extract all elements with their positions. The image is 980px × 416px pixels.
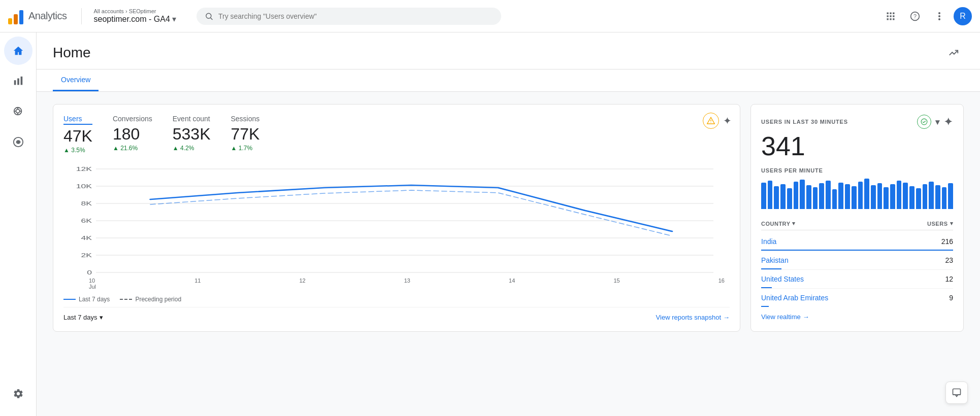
metric-sessions[interactable]: Sessions 77K 1.7%	[231, 115, 260, 154]
content-area: Home Overview	[37, 32, 980, 416]
trending-button[interactable]	[943, 43, 964, 63]
country-us[interactable]: United States	[761, 275, 804, 283]
minute-bar	[929, 182, 934, 209]
logo-area: Analytics	[8, 8, 67, 24]
minute-bar	[884, 187, 889, 209]
svg-text:6K: 6K	[81, 218, 92, 224]
svg-text:8K: 8K	[81, 200, 92, 206]
country-uae[interactable]: United Arab Emirates	[761, 294, 828, 302]
x-label-0: 10Jul	[89, 278, 96, 290]
legend-preceding-label: Preceding period	[135, 296, 181, 303]
users-col-header[interactable]: USERS ▾	[927, 220, 953, 227]
count-us: 12	[945, 275, 953, 283]
sidebar-item-explore[interactable]	[4, 97, 32, 126]
metric-conversions[interactable]: Conversions 180 21.6%	[113, 115, 152, 154]
metric-events[interactable]: Event count 533K 4.2%	[173, 115, 211, 154]
sidebar-item-home[interactable]	[4, 37, 32, 65]
svg-rect-3	[890, 12, 891, 14]
apps-button[interactable]	[880, 6, 901, 26]
warning-button[interactable]	[703, 113, 719, 129]
svg-point-13	[938, 12, 940, 14]
count-india: 216	[941, 237, 953, 246]
minute-bar	[819, 183, 824, 209]
date-selector[interactable]: Last 7 days ▾	[63, 314, 103, 321]
logo-bar-3	[19, 10, 23, 24]
minute-bar	[832, 189, 837, 209]
users-per-minute-chart	[761, 179, 953, 209]
line-chart: 12K 10K 8K 6K 4K 2K 0	[63, 164, 730, 275]
breadcrumb-sep: ›	[125, 8, 129, 14]
metric-users-value: 47K	[63, 127, 92, 146]
country-india[interactable]: India	[761, 237, 776, 246]
tab-overview[interactable]: Overview	[53, 70, 99, 91]
search-input[interactable]	[218, 12, 493, 20]
tabs-strip: Overview	[37, 70, 980, 92]
realtime-footer: View realtime →	[761, 313, 953, 321]
table-row: United Arab Emirates 9	[761, 289, 953, 307]
dashboard: ✦ Users 47K 3.5% Conversions 180 21.6% E…	[37, 92, 980, 344]
minute-bar	[845, 184, 850, 209]
metrics-card: ✦ Users 47K 3.5% Conversions 180 21.6% E…	[53, 104, 740, 332]
sparkle-button[interactable]: ✦	[723, 115, 732, 127]
minute-bar	[787, 188, 792, 209]
bar-pakistan	[761, 268, 781, 269]
legend-solid-line	[63, 299, 76, 300]
svg-line-1	[211, 18, 212, 19]
feedback-button[interactable]	[945, 382, 968, 404]
realtime-dropdown-icon[interactable]: ▾	[935, 117, 940, 127]
topbar-divider	[81, 8, 82, 24]
minute-bar	[852, 186, 857, 209]
topbar-actions: ? R	[880, 6, 972, 26]
svg-rect-6	[890, 15, 891, 17]
property-selector[interactable]: seoptimer.com - GA4 ▾	[94, 14, 176, 24]
x-label-6: 16	[718, 278, 725, 290]
minute-bar	[935, 185, 940, 209]
view-reports-link[interactable]: View reports snapshot →	[656, 314, 730, 321]
x-label-5: 15	[613, 278, 619, 290]
account-selector[interactable]: All accounts › SEOptimer seoptimer.com -…	[94, 8, 176, 24]
legend-dashed-line	[120, 299, 132, 300]
sidebar-item-settings[interactable]	[4, 379, 32, 408]
svg-rect-43	[953, 389, 961, 395]
metric-events-change: 4.2%	[173, 145, 211, 152]
minute-bar	[761, 183, 766, 209]
x-label-1: 11	[194, 278, 201, 290]
metric-conversions-label[interactable]: Conversions	[113, 115, 152, 123]
card-actions: ✦	[703, 113, 732, 129]
minute-bar	[942, 187, 947, 209]
page-header: Home	[37, 32, 980, 70]
metric-users-label[interactable]: Users	[63, 115, 92, 125]
country-pakistan[interactable]: Pakistan	[761, 256, 789, 264]
chart-x-labels: 10Jul 11 12 13 14 15 16	[63, 278, 730, 290]
bar-india	[761, 250, 953, 251]
warning-icon	[707, 117, 715, 125]
view-reports-label: View reports snapshot	[656, 314, 721, 321]
help-button[interactable]: ?	[905, 6, 925, 26]
sidebar-item-advertising[interactable]	[4, 128, 32, 156]
reports-icon	[13, 76, 24, 87]
metric-sessions-label[interactable]: Sessions	[231, 115, 260, 123]
minute-bar	[768, 181, 773, 209]
check-badge[interactable]	[917, 115, 931, 129]
more-button[interactable]	[929, 6, 950, 26]
advertising-icon	[13, 136, 24, 148]
view-realtime-arrow: →	[803, 313, 809, 321]
metric-events-value: 533K	[173, 125, 211, 144]
count-uae: 9	[949, 294, 953, 302]
svg-rect-5	[887, 15, 889, 17]
realtime-title: USERS IN LAST 30 MINUTES	[761, 119, 848, 125]
metrics-card-footer: Last 7 days ▾ View reports snapshot →	[63, 307, 730, 321]
realtime-table: COUNTRY ▾ USERS ▾ India 216	[761, 217, 953, 307]
minute-bar	[800, 180, 805, 209]
sidebar-item-reports[interactable]	[4, 67, 32, 95]
realtime-sparkle-button[interactable]: ✦	[944, 116, 953, 128]
minute-bar	[890, 184, 895, 209]
metric-events-label[interactable]: Event count	[173, 115, 211, 123]
metric-users[interactable]: Users 47K 3.5%	[63, 115, 92, 154]
view-realtime-link[interactable]: View realtime →	[761, 313, 953, 321]
check-icon	[921, 118, 928, 125]
avatar[interactable]: R	[954, 7, 972, 25]
country-col-header[interactable]: COUNTRY ▾	[761, 220, 796, 227]
search-bar[interactable]	[197, 8, 501, 25]
logo-bar-1	[8, 18, 12, 24]
